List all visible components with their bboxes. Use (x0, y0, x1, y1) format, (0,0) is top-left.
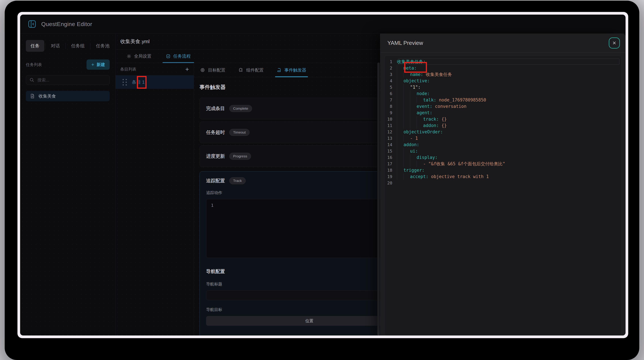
tab-global-settings[interactable]: 全局设置 (126, 50, 152, 63)
plus-icon: + (91, 63, 94, 66)
puzzle-icon (238, 68, 243, 72)
line-number: 10 (384, 117, 397, 122)
line-number: 2 (384, 66, 397, 71)
script-icon (277, 68, 282, 72)
new-task-button[interactable]: + 新建 (86, 60, 110, 70)
world-label: 世界 (206, 335, 289, 335)
content-scrollbar[interactable] (377, 63, 380, 335)
trigger-card-title: 任务超时 (206, 129, 225, 136)
annotation-box-entry (137, 76, 146, 89)
sidebar: 任务 对话 任务组 任务池 任务列表 + 新建 (20, 34, 116, 335)
tab-divider (45, 43, 45, 49)
yaml-line: 11addon: {} (384, 122, 621, 129)
status-badge: Progress (229, 153, 251, 160)
app-window: QuestEngine Editor 任务 对话 任务组 任务池 任务列表 + (20, 15, 626, 335)
yaml-line: 8event: conversation (384, 103, 621, 110)
world-field: 世界 (206, 335, 289, 335)
yaml-line: 14addon: (384, 141, 621, 148)
tab-objective-config-label: 目标配置 (208, 67, 226, 73)
new-task-button-label: 新建 (96, 62, 105, 67)
line-number: 5 (384, 85, 397, 90)
status-badge: Complete (229, 105, 252, 112)
document-icon (30, 94, 35, 99)
close-button[interactable]: × (609, 38, 620, 49)
task-list-item[interactable]: 收集美食 (26, 91, 110, 101)
line-number: 11 (384, 123, 397, 128)
app-title: QuestEngine Editor (41, 21, 92, 27)
line-number: 13 (384, 136, 397, 141)
line-number: 17 (384, 161, 397, 166)
yaml-line: 5"1": (384, 84, 621, 90)
task-list-header: 任务列表 + 新建 (26, 60, 110, 70)
file-name: 收集美食.yml (120, 38, 150, 45)
yaml-line: 7talk: node_1769780985850 (384, 97, 621, 103)
track-card-title: 追踪配置 (206, 177, 225, 184)
tab-divider (90, 43, 90, 49)
tab-task-flow[interactable]: 任务流程 (166, 50, 191, 63)
yaml-code: 1收集美食任务:2meta:3name: 收集美食任务4objective:5"… (384, 56, 622, 335)
line-number: 16 (384, 155, 397, 160)
search-input[interactable] (37, 77, 106, 83)
status-badge: Track (229, 177, 246, 184)
tab-event-triggers[interactable]: 事件触发器 (277, 63, 306, 77)
yaml-line: 13- 1 (384, 135, 621, 141)
yaml-line: 9agent: (384, 110, 621, 116)
line-number: 7 (384, 98, 397, 102)
window-frame: QuestEngine Editor 任务 对话 任务组 任务池 任务列表 + (18, 12, 628, 338)
yaml-panel-title: YAML Preview (388, 40, 423, 46)
add-entry-button[interactable]: + (185, 67, 189, 72)
line-number: 4 (384, 78, 397, 83)
line-number: 8 (384, 104, 397, 109)
track-action-value: 1 (211, 203, 214, 208)
yaml-line: 17- "&f收集 &65 &f个面包后交付给奥比" (384, 160, 621, 167)
yaml-line: 4objective: (384, 78, 621, 84)
sidebar-tab-bar: 任务 对话 任务组 任务池 (26, 40, 110, 52)
status-badge: Timeout (229, 129, 250, 136)
line-number: 19 (384, 174, 397, 179)
yaml-line: 20 (384, 180, 621, 186)
tab-component-config-label: 组件配置 (246, 67, 264, 73)
line-number: 1 (384, 59, 397, 64)
entry-list-label: 条目列表 (120, 67, 136, 72)
annotation-box-yaml (404, 62, 427, 73)
sidebar-tab-task-groups[interactable]: 任务组 (66, 40, 90, 52)
line-number: 14 (384, 142, 397, 147)
sidebar-tab-tasks[interactable]: 任务 (26, 40, 44, 52)
gear-icon (126, 54, 131, 59)
tab-objective-config[interactable]: 目标配置 (200, 63, 226, 77)
yaml-line: 15ui: (384, 148, 621, 154)
trigger-card-title: 进度更新 (206, 153, 225, 159)
yaml-line: 12objectiveOrder: (384, 129, 621, 135)
check-square-icon (166, 54, 170, 59)
tab-task-flow-label: 任务流程 (173, 53, 191, 59)
close-icon: × (612, 40, 616, 46)
yaml-line: 19accept: objective track with 1 (384, 173, 621, 180)
yaml-line: 16display: (384, 154, 621, 160)
app-main: 任务 对话 任务组 任务池 任务列表 + 新建 (20, 34, 626, 335)
task-item-label: 收集美食 (38, 93, 56, 99)
app-header: QuestEngine Editor (20, 15, 626, 34)
line-number: 20 (384, 181, 397, 186)
yaml-panel-header: YAML Preview × (380, 34, 626, 53)
line-number: 15 (384, 149, 397, 153)
drag-handle-icon[interactable] (122, 79, 127, 86)
task-search-box[interactable] (26, 75, 110, 85)
yaml-preview-panel: YAML Preview × 1收集美食任务:2meta:3name: 收集美食… (380, 34, 626, 335)
tab-component-config[interactable]: 组件配置 (238, 63, 264, 77)
yaml-line: 10track: {} (384, 116, 621, 122)
line-number: 12 (384, 129, 397, 134)
line-number: 3 (384, 72, 397, 77)
task-list-label: 任务列表 (26, 62, 42, 67)
line-number: 9 (384, 110, 397, 115)
sidebar-tab-dialogues[interactable]: 对话 (46, 40, 64, 52)
entry-list-panel: 条目列表 + 条目 1 (116, 63, 194, 335)
entry-item[interactable]: 条目 1 (116, 75, 194, 89)
tab-global-settings-label: 全局设置 (134, 53, 152, 59)
sidebar-tab-task-pool[interactable]: 任务池 (91, 40, 114, 52)
tab-event-triggers-label: 事件触发器 (284, 67, 306, 73)
trigger-card-title: 完成条目 (206, 105, 225, 112)
yaml-line: 18trigger: (384, 167, 621, 173)
panel-left-icon[interactable] (28, 20, 36, 29)
yaml-line: 6node: (384, 90, 621, 97)
line-number: 18 (384, 168, 397, 173)
